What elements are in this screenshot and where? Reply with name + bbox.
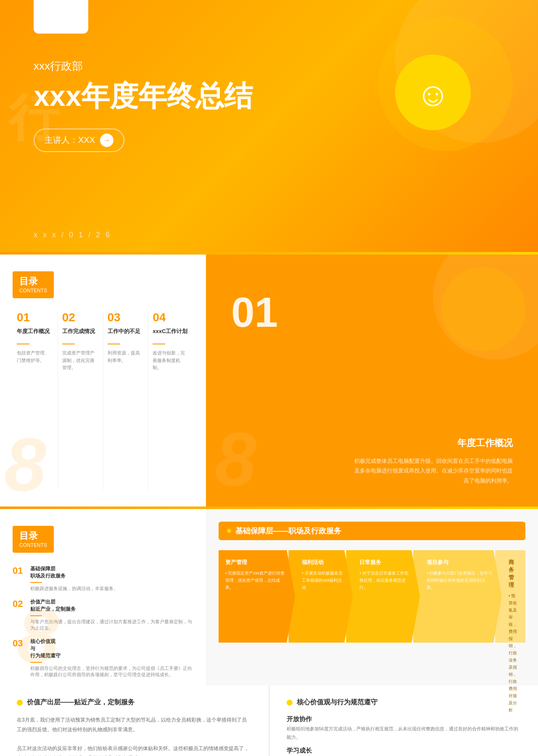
presenter-label: 主讲人：XXX xyxy=(45,134,95,146)
slide-contents: 目录 CONTENTS 01 年度工作概况 包括资产管理、门禁维护等。 02 工… xyxy=(0,255,538,507)
ci-desc-1: 包括资产管理、门禁维护等。 xyxy=(17,349,53,364)
section-intro-desc: 积极完成整体员工电脑配置升级。回收闲置在员工手中的低配电脑及多余电脑进行报废或再… xyxy=(353,456,513,486)
tab5-title: 商务管理 xyxy=(509,559,517,589)
bottom-right-dot xyxy=(287,700,293,706)
slide3-contents-sub: CONTENTS xyxy=(19,542,47,549)
contents-header: 目录 CONTENTS xyxy=(13,271,193,298)
ci-line-1 xyxy=(17,344,29,344)
big-eight-decoration: 8 xyxy=(4,427,46,502)
ci-line-4 xyxy=(153,344,165,344)
tab1-title: 资产管理 xyxy=(225,559,287,566)
smile-decoration: ☺ xyxy=(395,55,471,130)
presenter-arrow-icon[interactable]: → xyxy=(100,134,113,147)
right-item-2-title: 学习成长 xyxy=(287,747,522,755)
slide3-bottom-area: 价值产出层——贴近产业，定制服务 在3月底，我们使用了活动预算为销售员工定制了大… xyxy=(0,685,538,756)
slide3-contents-panel: 目录 CONTENTS 01 基础保障层 职场及行政服务 积极跟进服务设施，协调… xyxy=(0,509,206,685)
tab4-items: • 积极参与大部门各类项目，在学习的同时确出有价值的见用给到大家。 xyxy=(427,570,493,591)
bottom-left-dot xyxy=(17,700,23,706)
tab5-items: • 预算收集及审核，费用报销，行政业务及报销，行政费用对接及分析 xyxy=(509,592,517,714)
arrow-tab-3: 日常服务 • 对于涉及日常服务工作安善处理，保证服务规范进行。 xyxy=(346,550,420,643)
contents-item-3: 03 工作中的不足 利用资源，提高利率率。 xyxy=(103,311,149,490)
ci-num-3: 03 xyxy=(108,311,144,324)
ci-title-2: 工作完成情况 xyxy=(62,328,99,335)
bottom-left-section: 价值产出层——贴近产业，定制服务 在3月底，我们使用了活动预算为销售员工定制了大… xyxy=(0,685,269,756)
contents-panel: 目录 CONTENTS 01 年度工作概况 包括资产管理、门禁维护等。 02 工… xyxy=(0,255,206,507)
right-item-1-title: 开放协作 xyxy=(287,715,522,723)
ci-desc-2: 完成资产管理产源制，优化完善管理。 xyxy=(62,349,99,372)
s3-desc-1: 积极跟进服务设施，协调活动，丰富服务。 xyxy=(30,585,118,592)
arrow-tabs-container: 资产管理 • 完善固定资产xxx资产进行排查管理，优化资产使用，总结成果。 福利… xyxy=(219,550,525,643)
contents-item-2: 02 工作完成情况 完成资产管理产源制，优化完善管理。 xyxy=(58,311,103,490)
section-intro-panel: 01 年度工作概况 积极完成整体员工电脑配置升级。回收闲置在员工手中的低配电脑及… xyxy=(206,255,538,507)
tab1-items: • 完善固定资产xxx资产进行排查管理，优化资产使用，总结成果。 xyxy=(225,570,287,591)
ci-title-4: xxxC工作计划 xyxy=(153,328,189,335)
contents-sub: CONTENTS xyxy=(19,288,47,294)
smile-icon: ☺ xyxy=(416,78,450,111)
slide3-arrow-tabs-panel: 基础保障层——职场及行政服务 资产管理 • 完善固定资产xxx资产进行排查管理，… xyxy=(206,509,538,685)
bottom-left-header: 价值产出层——贴近产业，定制服务 xyxy=(17,698,252,707)
bottom-left-title: 价值产出层——贴近产业，定制服务 xyxy=(27,698,134,707)
section-number-big: 01 xyxy=(231,288,513,336)
ci-title-3: 工作中的不足 xyxy=(108,328,144,335)
slide3-contents-label: 目录 xyxy=(19,530,38,541)
bottom-right-title: 核心价值观与行为规范遵守 xyxy=(297,698,377,707)
slide3-contents-label-box: 目录 CONTENTS xyxy=(13,526,54,553)
bottom-right-section: 核心价值观与行为规范遵守 开放协作 积极组织地参加56度方完成活动，严格执行相互… xyxy=(269,685,538,756)
arrow-tab-2: 福利活动 • 开展生动积极服务员工幸福感的xxx福利活动 xyxy=(288,550,353,643)
tab2-title: 福利活动 xyxy=(302,559,344,566)
bottom-right-header: 核心价值观与行为规范遵守 xyxy=(287,698,522,707)
slide3-contents-header: 目录 CONTENTS xyxy=(13,526,193,553)
tab2-items: • 开展生动积极服务员工幸福感的xxx福利活动 xyxy=(302,570,344,591)
ci-desc-4: 改进与创新，完善服务制度机制。 xyxy=(153,349,189,372)
header-dot xyxy=(227,529,231,533)
section1-header-bar: 基础保障层——职场及行政服务 xyxy=(219,522,525,540)
slide3-top-area: 目录 CONTENTS 01 基础保障层 职场及行政服务 积极跟进服务设施，协调… xyxy=(0,509,538,685)
ci-num-2: 02 xyxy=(62,311,99,324)
section1-header-label: 基础保障层——职场及行政服务 xyxy=(235,526,341,536)
contents-label-box: 目录 CONTENTS xyxy=(13,271,54,298)
s3-title-1: 基础保障层 职场及行政服务 xyxy=(30,565,118,580)
right-item-1-desc: 积极组织地参加56度方完成活动，严格执行相互规范，从未出现任何整跑信息，通过良好… xyxy=(287,725,522,742)
cover-title: xxx年度年终总结 xyxy=(34,80,253,112)
slide3-item-1: 01 基础保障层 职场及行政服务 积极跟进服务设施，协调活动，丰富服务。 xyxy=(13,565,193,592)
ci-title-1: 年度工作概况 xyxy=(17,328,53,335)
tab4-title: 项目参与 xyxy=(427,559,493,566)
section-intro-title: 年度工作概况 xyxy=(231,437,513,449)
right-dec-8: 8 xyxy=(214,415,256,502)
tab3-items: • 对于涉及日常服务工作安善处理，保证服务规范进行。 xyxy=(359,570,411,591)
s3-num-1: 01 xyxy=(13,565,26,576)
right-item-2: 学习成长 主动参与各类项目小组，积极拓展活动前言，深入了解了之前未接触过的行政事… xyxy=(287,747,522,756)
right-item-1: 开放协作 积极组织地参加56度方完成活动，严格执行相互规范，从未出现任何整跑信息… xyxy=(287,715,522,742)
slide-detail: 目录 CONTENTS 01 基础保障层 职场及行政服务 积极跟进服务设施，协调… xyxy=(0,509,538,756)
presenter-badge: 主讲人：XXX → xyxy=(34,129,124,152)
contents-item-4: 04 xxxC工作计划 改进与创新，完善服务制度机制。 xyxy=(148,311,193,490)
slide-cover: ☺ 行 xxx行政部 xxx年度年终总结 主讲人：XXX → x x x / 0… xyxy=(0,0,538,252)
logo-box xyxy=(34,0,88,34)
arrow-tab-4: 项目参与 • 积极参与大部门各类项目，在学习的同时确出有价值的见用给到大家。 xyxy=(413,550,502,643)
ci-num-4: 04 xyxy=(153,311,189,324)
contents-label: 目录 xyxy=(19,276,38,286)
bottom-left-content: 在3月底，我们使用了活动预算为销售员工定制了大型的节礼品，以给力全员精彩挑，这个… xyxy=(17,715,252,756)
ci-line-3 xyxy=(108,344,120,344)
ci-num-1: 01 xyxy=(17,311,53,324)
ci-desc-3: 利用资源，提高利率率。 xyxy=(108,349,144,364)
bottom-right-items: 开放协作 积极组织地参加56度方完成活动，严格执行相互规范，从未出现任何整跑信息… xyxy=(287,715,522,756)
ci-line-2 xyxy=(62,344,75,344)
tab3-title: 日常服务 xyxy=(359,559,411,566)
cover-subtitle: xxx行政部 xyxy=(34,59,253,74)
arrow-tab-1: 资产管理 • 完善固定资产xxx资产进行排查管理，优化资产使用，总结成果。 xyxy=(219,550,295,643)
s3-big-eight: 8 xyxy=(17,598,59,674)
page-number: x x x / 0 1 / 2 6 xyxy=(34,231,111,239)
cover-content: xxx行政部 xxx年度年终总结 主讲人：XXX → xyxy=(34,59,253,152)
